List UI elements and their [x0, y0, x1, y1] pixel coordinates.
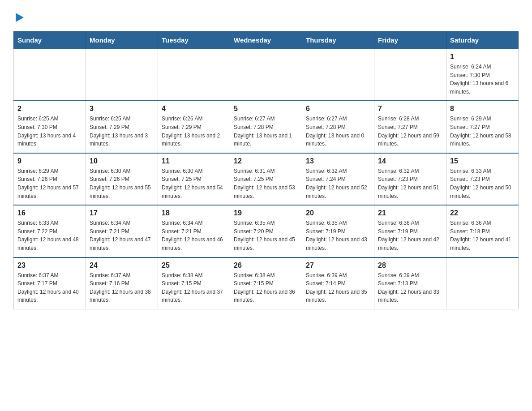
calendar-day-header: Monday [86, 32, 158, 49]
day-number: 7 [378, 105, 442, 113]
calendar-table: SundayMondayTuesdayWednesdayThursdayFrid… [13, 31, 519, 309]
day-number: 23 [17, 261, 82, 270]
calendar-week-row: 16Sunrise: 6:33 AM Sunset: 7:22 PM Dayli… [14, 205, 519, 257]
day-info: Sunrise: 6:36 AM Sunset: 7:19 PM Dayligh… [378, 219, 442, 252]
day-number: 26 [234, 261, 298, 270]
day-number: 21 [378, 209, 442, 217]
day-number: 6 [306, 105, 370, 113]
calendar-day-cell: 9Sunrise: 6:29 AM Sunset: 7:26 PM Daylig… [14, 153, 86, 205]
calendar-day-cell [86, 49, 158, 101]
day-info: Sunrise: 6:25 AM Sunset: 7:29 PM Dayligh… [90, 115, 154, 148]
calendar-day-header: Tuesday [158, 32, 230, 49]
day-number: 9 [17, 157, 82, 165]
calendar-day-cell: 4Sunrise: 6:26 AM Sunset: 7:29 PM Daylig… [158, 101, 230, 153]
day-info: Sunrise: 6:32 AM Sunset: 7:23 PM Dayligh… [378, 167, 442, 200]
day-info: Sunrise: 6:28 AM Sunset: 7:27 PM Dayligh… [378, 115, 442, 148]
calendar-day-cell: 8Sunrise: 6:29 AM Sunset: 7:27 PM Daylig… [446, 101, 519, 153]
day-number: 18 [162, 209, 226, 217]
calendar-week-row: 23Sunrise: 6:37 AM Sunset: 7:17 PM Dayli… [14, 257, 519, 309]
day-number: 12 [234, 157, 298, 165]
page-header [13, 9, 519, 22]
calendar-day-cell: 27Sunrise: 6:39 AM Sunset: 7:14 PM Dayli… [302, 257, 374, 309]
calendar-day-cell: 13Sunrise: 6:32 AM Sunset: 7:24 PM Dayli… [302, 153, 374, 205]
calendar-day-cell: 20Sunrise: 6:35 AM Sunset: 7:19 PM Dayli… [302, 205, 374, 257]
calendar-day-cell: 15Sunrise: 6:33 AM Sunset: 7:23 PM Dayli… [446, 153, 519, 205]
calendar-day-cell: 28Sunrise: 6:39 AM Sunset: 7:13 PM Dayli… [374, 257, 446, 309]
calendar-day-cell: 7Sunrise: 6:28 AM Sunset: 7:27 PM Daylig… [374, 101, 446, 153]
calendar-day-cell: 12Sunrise: 6:31 AM Sunset: 7:25 PM Dayli… [230, 153, 302, 205]
day-info: Sunrise: 6:35 AM Sunset: 7:20 PM Dayligh… [234, 219, 298, 252]
day-info: Sunrise: 6:35 AM Sunset: 7:19 PM Dayligh… [306, 219, 370, 252]
calendar-day-cell: 10Sunrise: 6:30 AM Sunset: 7:26 PM Dayli… [86, 153, 158, 205]
calendar-week-row: 1Sunrise: 6:24 AM Sunset: 7:30 PM Daylig… [14, 49, 519, 101]
calendar-day-cell [230, 49, 302, 101]
day-number: 14 [378, 157, 442, 165]
calendar-day-cell: 19Sunrise: 6:35 AM Sunset: 7:20 PM Dayli… [230, 205, 302, 257]
day-info: Sunrise: 6:34 AM Sunset: 7:21 PM Dayligh… [90, 219, 154, 252]
calendar-day-cell [14, 49, 86, 101]
calendar-day-cell: 11Sunrise: 6:30 AM Sunset: 7:25 PM Dayli… [158, 153, 230, 205]
day-info: Sunrise: 6:30 AM Sunset: 7:25 PM Dayligh… [162, 167, 226, 200]
day-info: Sunrise: 6:27 AM Sunset: 7:28 PM Dayligh… [306, 115, 370, 148]
day-info: Sunrise: 6:38 AM Sunset: 7:15 PM Dayligh… [162, 271, 226, 304]
calendar-day-cell: 5Sunrise: 6:27 AM Sunset: 7:28 PM Daylig… [230, 101, 302, 153]
calendar-day-header: Thursday [302, 32, 374, 49]
calendar-day-cell [158, 49, 230, 101]
day-number: 20 [306, 209, 370, 217]
day-number: 13 [306, 157, 370, 165]
day-number: 16 [17, 209, 82, 217]
day-number: 28 [378, 261, 442, 270]
calendar-day-cell [374, 49, 446, 101]
calendar-day-cell: 6Sunrise: 6:27 AM Sunset: 7:28 PM Daylig… [302, 101, 374, 153]
calendar-day-cell: 14Sunrise: 6:32 AM Sunset: 7:23 PM Dayli… [374, 153, 446, 205]
day-info: Sunrise: 6:36 AM Sunset: 7:18 PM Dayligh… [450, 219, 515, 252]
calendar-day-cell: 17Sunrise: 6:34 AM Sunset: 7:21 PM Dayli… [86, 205, 158, 257]
day-info: Sunrise: 6:34 AM Sunset: 7:21 PM Dayligh… [162, 219, 226, 252]
day-number: 15 [450, 157, 515, 165]
day-info: Sunrise: 6:31 AM Sunset: 7:25 PM Dayligh… [234, 167, 298, 200]
day-info: Sunrise: 6:38 AM Sunset: 7:15 PM Dayligh… [234, 271, 298, 304]
day-info: Sunrise: 6:24 AM Sunset: 7:30 PM Dayligh… [450, 63, 515, 96]
calendar-day-cell: 23Sunrise: 6:37 AM Sunset: 7:17 PM Dayli… [14, 257, 86, 309]
calendar-day-cell: 24Sunrise: 6:37 AM Sunset: 7:16 PM Dayli… [86, 257, 158, 309]
day-info: Sunrise: 6:33 AM Sunset: 7:22 PM Dayligh… [17, 219, 82, 252]
day-info: Sunrise: 6:33 AM Sunset: 7:23 PM Dayligh… [450, 167, 515, 200]
calendar-day-cell: 26Sunrise: 6:38 AM Sunset: 7:15 PM Dayli… [230, 257, 302, 309]
calendar-day-header: Wednesday [230, 32, 302, 49]
calendar-week-row: 9Sunrise: 6:29 AM Sunset: 7:26 PM Daylig… [14, 153, 519, 205]
day-info: Sunrise: 6:29 AM Sunset: 7:27 PM Dayligh… [450, 115, 515, 148]
calendar-day-cell: 3Sunrise: 6:25 AM Sunset: 7:29 PM Daylig… [86, 101, 158, 153]
day-number: 11 [162, 157, 226, 165]
calendar-day-cell: 16Sunrise: 6:33 AM Sunset: 7:22 PM Dayli… [14, 205, 86, 257]
day-info: Sunrise: 6:27 AM Sunset: 7:28 PM Dayligh… [234, 115, 298, 148]
logo-blue-text [13, 13, 24, 22]
day-info: Sunrise: 6:32 AM Sunset: 7:24 PM Dayligh… [306, 167, 370, 200]
calendar-day-cell: 2Sunrise: 6:25 AM Sunset: 7:30 PM Daylig… [14, 101, 86, 153]
day-number: 2 [17, 105, 82, 113]
day-number: 3 [90, 105, 154, 113]
calendar-day-cell [446, 257, 519, 309]
day-info: Sunrise: 6:30 AM Sunset: 7:26 PM Dayligh… [90, 167, 154, 200]
calendar-header-row: SundayMondayTuesdayWednesdayThursdayFrid… [14, 32, 519, 49]
day-info: Sunrise: 6:37 AM Sunset: 7:16 PM Dayligh… [90, 271, 154, 304]
day-number: 22 [450, 209, 515, 217]
calendar-day-cell: 1Sunrise: 6:24 AM Sunset: 7:30 PM Daylig… [446, 49, 519, 101]
calendar-day-cell: 22Sunrise: 6:36 AM Sunset: 7:18 PM Dayli… [446, 205, 519, 257]
logo-triangle-icon [16, 13, 24, 22]
day-number: 5 [234, 105, 298, 113]
day-number: 27 [306, 261, 370, 270]
calendar-week-row: 2Sunrise: 6:25 AM Sunset: 7:30 PM Daylig… [14, 101, 519, 153]
calendar-day-cell [302, 49, 374, 101]
calendar-day-cell: 25Sunrise: 6:38 AM Sunset: 7:15 PM Dayli… [158, 257, 230, 309]
day-number: 1 [450, 53, 515, 61]
day-info: Sunrise: 6:39 AM Sunset: 7:14 PM Dayligh… [306, 271, 370, 304]
calendar-day-cell: 21Sunrise: 6:36 AM Sunset: 7:19 PM Dayli… [374, 205, 446, 257]
day-number: 25 [162, 261, 226, 270]
day-number: 17 [90, 209, 154, 217]
day-number: 19 [234, 209, 298, 217]
day-info: Sunrise: 6:25 AM Sunset: 7:30 PM Dayligh… [17, 115, 82, 148]
day-number: 10 [90, 157, 154, 165]
calendar-day-header: Saturday [446, 32, 519, 49]
day-info: Sunrise: 6:37 AM Sunset: 7:17 PM Dayligh… [17, 271, 82, 304]
calendar-day-cell: 18Sunrise: 6:34 AM Sunset: 7:21 PM Dayli… [158, 205, 230, 257]
